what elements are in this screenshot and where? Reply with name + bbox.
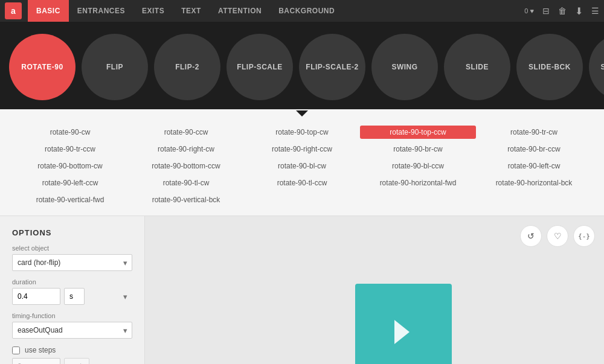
heart-button[interactable]: ♡: [547, 225, 568, 247]
circle-flip-scale-2[interactable]: FLIP-SCALE-2: [299, 34, 365, 100]
circle-flip[interactable]: FLIP: [82, 34, 148, 100]
heart-count-badge: 0 ♥: [524, 7, 534, 14]
top-nav: a BASIC ENTRANCES EXITS TEXT ATTENTION B…: [0, 0, 604, 22]
circle-slide-fwd-btn[interactable]: SLIDE-FWD: [589, 34, 604, 100]
duration-label: duration: [12, 278, 132, 286]
duration-row: s ms: [12, 288, 132, 305]
nav-tab-entrances[interactable]: ENTRANCES: [69, 0, 133, 22]
code-button[interactable]: {-}: [573, 225, 595, 247]
anim-rotate-90-cw[interactable]: rotate-90-cw: [12, 126, 128, 139]
anim-rotate-90-right-cw[interactable]: rotate-90-right-cw: [128, 142, 244, 156]
use-steps-label: use steps: [25, 346, 56, 354]
duration-unit-wrapper: s ms: [64, 288, 132, 305]
anim-rotate-90-left-ccw[interactable]: rotate-90-left-ccw: [12, 176, 128, 190]
anim-rotate-90-top-ccw[interactable]: rotate-90-top-ccw: [360, 126, 476, 139]
nav-tab-attention[interactable]: ATTENTION: [210, 0, 270, 22]
steps-row: end start: [12, 358, 132, 364]
anim-rotate-90-tl-cw[interactable]: rotate-90-tl-cw: [128, 176, 244, 190]
select-object-input[interactable]: card (hor-flip) element text: [12, 254, 132, 271]
svg-marker-1: [394, 320, 410, 344]
menu-icon[interactable]: ☰: [591, 6, 599, 16]
nav-icons: 0 ♥ ⊟ 🗑 ⬇ ☰: [524, 5, 599, 17]
circle-slide[interactable]: SLIDE: [444, 34, 510, 100]
circle-swing[interactable]: SWING: [371, 34, 438, 100]
anim-rotate-90-left-cw[interactable]: rotate-90-left-cw: [476, 159, 592, 173]
refresh-button[interactable]: ↺: [520, 225, 542, 247]
anim-rotate-90-br-cw[interactable]: rotate-90-br-cw: [360, 142, 476, 156]
timing-select[interactable]: easeOutQuad easeInQuad linear ease: [12, 322, 132, 339]
preview-toolbar: ↺ ♡ {-}: [520, 225, 595, 247]
anim-rotate-90-bl-ccw[interactable]: rotate-90-bl-ccw: [360, 159, 476, 173]
heart-icon[interactable]: ♥: [530, 7, 534, 14]
use-steps-row: use steps: [12, 346, 132, 354]
select-object-wrapper: card (hor-flip) element text: [12, 254, 132, 271]
trash-icon[interactable]: 🗑: [558, 6, 567, 16]
anim-rotate-90-bl-cw[interactable]: rotate-90-bl-cw: [244, 159, 360, 173]
app-logo: a: [5, 2, 22, 19]
anim-rotate-90-br-ccw[interactable]: rotate-90-br-ccw: [476, 142, 592, 156]
animations-grid: rotate-90-cw rotate-90-ccw rotate-90-top…: [12, 126, 592, 206]
circle-flip-2[interactable]: FLIP-2: [154, 34, 220, 100]
circle-slide-bck[interactable]: SLIDE-BCK: [516, 34, 583, 100]
preview-card-icon: [385, 314, 422, 350]
anim-rotate-90-tr-cw[interactable]: rotate-90-tr-cw: [476, 126, 592, 139]
options-title: OPTIONS: [12, 228, 132, 237]
anim-rotate-90-horizontal-fwd[interactable]: rotate-90-horizontal-fwd: [360, 176, 476, 190]
circle-slide-btn[interactable]: SLIDE: [444, 34, 510, 100]
nav-tabs: BASIC ENTRANCES EXITS TEXT ATTENTION BAC…: [28, 0, 524, 22]
heart-count: 0: [524, 7, 528, 14]
anim-rotate-90-ccw[interactable]: rotate-90-ccw: [128, 126, 244, 139]
preview-canvas: [355, 284, 452, 365]
preview-area: ↺ ♡ {-}: [145, 216, 604, 364]
download-icon[interactable]: ⬇: [575, 5, 583, 17]
anim-rotate-90-top-cw[interactable]: rotate-90-top-cw: [244, 126, 360, 139]
anim-rotate-90-tr-ccw[interactable]: rotate-90-tr-ccw: [12, 142, 128, 156]
anim-rotate-90-vertical-fwd[interactable]: rotate-90-vertical-fwd: [12, 193, 128, 206]
triangle-indicator: [296, 110, 308, 117]
nav-tab-background[interactable]: BACKGROUND: [270, 0, 343, 22]
circle-flip-scale-2-btn[interactable]: FLIP-SCALE-2: [299, 34, 365, 100]
preview-card: [355, 284, 452, 365]
steps-end-wrapper: end start: [64, 358, 132, 364]
nav-tab-basic[interactable]: BASIC: [28, 0, 69, 22]
steps-end-select[interactable]: end start: [64, 358, 89, 364]
circle-slide-bck-btn[interactable]: SLIDE-BCK: [516, 34, 583, 100]
duration-unit-select[interactable]: s ms: [64, 288, 85, 305]
select-object-group: select object card (hor-flip) element te…: [12, 244, 132, 271]
select-object-label: select object: [12, 244, 132, 252]
nav-tab-exits[interactable]: EXITS: [133, 0, 173, 22]
circles-section: ROTATE-90 FLIP FLIP-2 FLIP-SCALE FLIP-SC…: [0, 22, 604, 109]
filter-icon[interactable]: ⊟: [542, 6, 550, 16]
timing-wrapper: easeOutQuad easeInQuad linear ease: [12, 322, 132, 339]
anim-rotate-90-bottom-ccw[interactable]: rotate-90-bottom-ccw: [128, 159, 244, 173]
steps-input[interactable]: [12, 358, 60, 364]
options-panel: OPTIONS select object card (hor-flip) el…: [0, 216, 145, 364]
svg-marker-0: [296, 110, 308, 117]
circle-flip-btn[interactable]: FLIP: [82, 34, 148, 100]
anim-rotate-90-tl-ccw[interactable]: rotate-90-tl-ccw: [244, 176, 360, 190]
circle-rotate-90[interactable]: ROTATE-90: [9, 34, 76, 100]
anim-rotate-90-bottom-cw[interactable]: rotate-90-bottom-cw: [12, 159, 128, 173]
timing-label: timing-function: [12, 312, 132, 319]
use-steps-checkbox[interactable]: [12, 346, 20, 354]
duration-input[interactable]: [12, 288, 60, 305]
use-steps-group: use steps end start: [12, 346, 132, 364]
timing-group: timing-function easeOutQuad easeInQuad l…: [12, 312, 132, 339]
anim-rotate-90-horizontal-bck[interactable]: rotate-90-horizontal-bck: [476, 176, 592, 190]
circle-slide-fwd[interactable]: SLIDE-FWD: [589, 34, 604, 100]
circle-flip-scale-btn[interactable]: FLIP-SCALE: [226, 34, 293, 100]
nav-tab-text[interactable]: TEXT: [173, 0, 210, 22]
circle-rotate-90-btn[interactable]: ROTATE-90: [9, 34, 76, 100]
bottom-section: OPTIONS select object card (hor-flip) el…: [0, 216, 604, 364]
duration-group: duration s ms: [12, 278, 132, 305]
animations-section: rotate-90-cw rotate-90-ccw rotate-90-top…: [0, 117, 604, 216]
anim-rotate-90-right-ccw[interactable]: rotate-90-right-ccw: [244, 142, 360, 156]
circle-swing-btn[interactable]: SWING: [371, 34, 438, 100]
circle-flip-2-btn[interactable]: FLIP-2: [154, 34, 220, 100]
circle-flip-scale[interactable]: FLIP-SCALE: [226, 34, 293, 100]
anim-rotate-90-vertical-bck[interactable]: rotate-90-vertical-bck: [128, 193, 244, 206]
